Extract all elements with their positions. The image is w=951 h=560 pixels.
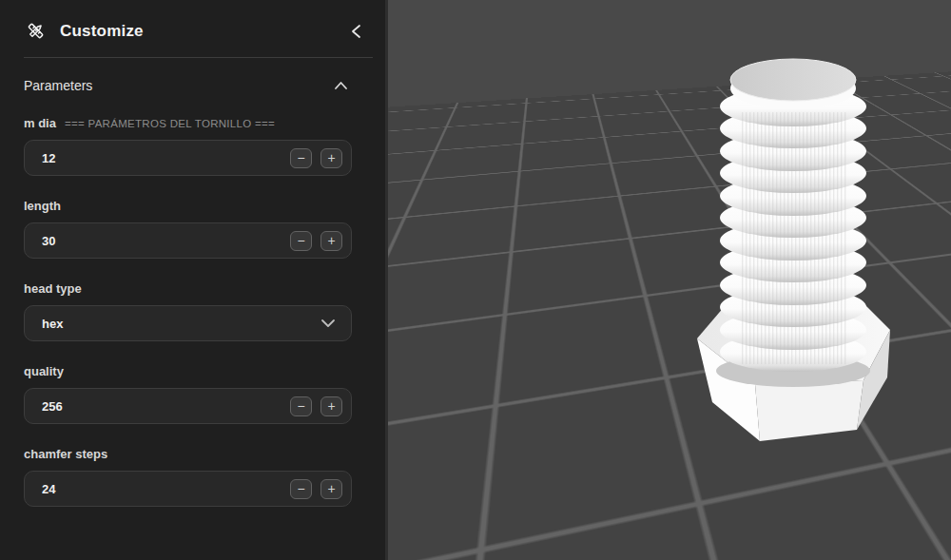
panel-title: Customize: [60, 22, 144, 41]
length-increment-button[interactable]: +: [320, 231, 342, 251]
param-group-chamfer-steps: chamfer steps − +: [24, 447, 352, 507]
quality-decrement-button[interactable]: −: [290, 396, 312, 416]
param-group-head-type: head type hex: [24, 281, 352, 341]
customize-icon: [26, 21, 46, 41]
chamfer-steps-decrement-button[interactable]: −: [290, 479, 312, 499]
length-label: length: [24, 199, 61, 213]
length-input[interactable]: [42, 234, 282, 248]
quality-control: − +: [24, 388, 352, 424]
m-dia-annotation: === PARÁMETROS DEL TORNILLO ===: [65, 118, 275, 129]
sidebar-header: Customize: [0, 0, 388, 41]
length-control: − +: [24, 222, 352, 259]
bolt-top-cap: [730, 59, 856, 109]
chamfer-steps-input[interactable]: [42, 482, 282, 496]
chamfer-steps-label: chamfer steps: [24, 447, 107, 461]
chamfer-steps-increment-button[interactable]: +: [320, 479, 342, 499]
m-dia-control: − +: [24, 140, 352, 176]
quality-input[interactable]: [42, 399, 282, 414]
length-decrement-button[interactable]: −: [290, 231, 312, 251]
m-dia-decrement-button[interactable]: −: [290, 148, 312, 168]
parameters-section-toggle[interactable]: Parameters: [0, 78, 388, 93]
header-divider: [24, 57, 373, 58]
head-type-selected-value: hex: [42, 317, 320, 331]
m-dia-input[interactable]: [42, 151, 282, 165]
customizer-sidebar: Customize Parameters m dia === PARÁMETRO…: [0, 0, 388, 560]
quality-label: quality: [24, 364, 64, 378]
chamfer-steps-control: − +: [24, 471, 352, 507]
param-group-quality: quality − +: [24, 364, 352, 424]
head-type-select[interactable]: hex: [24, 305, 352, 341]
collapse-panel-chevron-left-icon[interactable]: [350, 24, 363, 39]
parameters-section-label: Parameters: [24, 78, 92, 93]
param-group-m-dia: m dia === PARÁMETROS DEL TORNILLO === − …: [24, 116, 352, 176]
m-dia-increment-button[interactable]: +: [320, 148, 342, 168]
head-type-label: head type: [24, 281, 82, 296]
threaded-shaft: [720, 87, 866, 372]
quality-increment-button[interactable]: +: [320, 396, 342, 416]
param-group-length: length − +: [24, 199, 352, 259]
bolt-model[interactable]: [388, 0, 951, 560]
3d-viewport[interactable]: [388, 0, 951, 560]
app-window: Customize Parameters m dia === PARÁMETRO…: [0, 0, 951, 560]
chevron-down-icon: [320, 319, 336, 328]
chevron-up-icon: [334, 81, 348, 90]
m-dia-label: m dia: [24, 116, 56, 130]
